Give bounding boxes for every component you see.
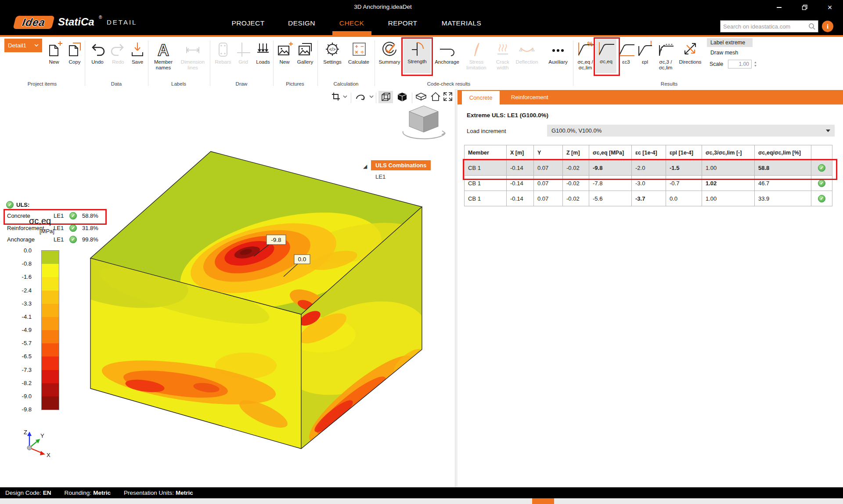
menu-design[interactable]: DESIGN: [288, 19, 315, 27]
legend-tick: -4.1: [22, 313, 32, 320]
ec3-button[interactable]: εc3: [617, 39, 635, 65]
auxiliary-button[interactable]: Auxiliary: [544, 39, 572, 65]
menu-report[interactable]: REPORT: [388, 19, 418, 27]
epl-button[interactable]: ! εpl: [636, 39, 654, 65]
sc3-sclim-button[interactable]: σc,3 / σc,lim: [654, 39, 677, 71]
legend-tick: 0.0: [24, 247, 32, 254]
redo-button: Redo: [108, 39, 128, 65]
legend-band: [42, 251, 59, 264]
wireframe-view-button[interactable]: [378, 91, 393, 103]
load-increment-select[interactable]: G100.0%, V100.0%: [547, 125, 835, 137]
detail-selector[interactable]: Detail1: [4, 39, 42, 52]
uls-combinations-label[interactable]: ULS Combinations: [371, 160, 431, 170]
rotate-view-button[interactable]: [354, 91, 367, 102]
solid-cube-icon: [397, 92, 407, 102]
menu-materials[interactable]: MATERIALS: [442, 19, 481, 27]
fullscreen-button[interactable]: [442, 91, 454, 102]
window-title: 3D Anchoring.ideaDet: [354, 4, 411, 10]
combination-item[interactable]: LE1: [375, 173, 385, 180]
menu-project[interactable]: PROJECT: [231, 19, 264, 27]
minimize-button[interactable]: [769, 2, 789, 13]
deflection-button: Deflection: [513, 39, 541, 65]
summary-button[interactable]: Summary: [376, 39, 403, 65]
3d-viewport[interactable]: -9.8 0.0: [0, 89, 455, 487]
settings-button[interactable]: </> Settings: [321, 39, 344, 65]
units-label: Presentation Units:: [124, 490, 174, 496]
menu-check[interactable]: CHECK: [339, 19, 364, 27]
search-box[interactable]: [720, 20, 818, 32]
clipped-view-button[interactable]: [414, 91, 428, 102]
directions-button[interactable]: Directions: [676, 39, 704, 65]
table-row[interactable]: CB 1 -0.14 0.07 -0.02 -7.8 -3.0 -0.7 1.0…: [465, 176, 832, 191]
undo-button[interactable]: Undo: [88, 39, 107, 65]
group-label: Project items: [28, 81, 57, 86]
home-view-button[interactable]: [429, 91, 442, 102]
image-plus-icon: [276, 39, 293, 58]
deflection-icon: [517, 39, 537, 58]
legend-color-bar: [41, 250, 59, 410]
scale-input[interactable]: 1.00: [728, 60, 752, 68]
legend-ticks: 0.0-0.8-1.6-2.4-3.3-4.1-4.9-5.7-6.5-7.3-…: [12, 250, 38, 409]
table-row[interactable]: CB 1 -0.14 0.07 -0.02 -9.8 -2.0 -1.5 1.0…: [465, 160, 832, 176]
chevron-down-icon: [369, 95, 374, 98]
gallery-button[interactable]: Gallery: [295, 39, 316, 65]
design-code-value: EN: [43, 490, 51, 496]
loads-button[interactable]: Loads: [253, 39, 273, 65]
legend-band: [42, 317, 59, 330]
copy-button[interactable]: Copy: [65, 39, 84, 65]
uls-row-anchorage[interactable]: Anchorage LE1 ✓ 99.8%: [7, 236, 98, 243]
section-tool-dropdown[interactable]: [342, 91, 348, 102]
close-button[interactable]: ×: [820, 2, 840, 13]
rotate-view-dropdown[interactable]: [369, 91, 374, 102]
group-label: Draw: [236, 81, 248, 86]
svg-text:!: !: [650, 40, 652, 47]
spin-down-icon[interactable]: ▼: [754, 64, 757, 68]
redo-icon: [109, 39, 127, 58]
legend-band: [42, 264, 59, 277]
legend-tick: -0.8: [22, 260, 32, 267]
uls-title: ULS:: [16, 202, 29, 208]
check-icon: ✓: [69, 212, 77, 220]
legend-band: [42, 304, 59, 317]
spin-up-icon[interactable]: ▲: [754, 61, 757, 64]
rebars-button: Rebars: [213, 39, 233, 65]
save-button[interactable]: Save: [128, 39, 147, 65]
tab-concrete[interactable]: Concrete: [462, 91, 500, 104]
new-project-button[interactable]: New: [44, 39, 64, 65]
picture-new-button[interactable]: New: [276, 39, 293, 65]
crop-icon: [331, 92, 341, 101]
member-names-button[interactable]: A Member names: [151, 39, 176, 71]
sceq-sclim-button[interactable]: % σc,eq / σc,lim: [574, 39, 596, 71]
chevron-down-icon: [34, 44, 39, 47]
legend-tick: -1.6: [22, 274, 32, 280]
stress-limitation-button: Stress limitation: [463, 39, 490, 71]
grid-icon: [234, 39, 252, 58]
statica-logo: StatiCa: [58, 16, 94, 28]
group-label: Data: [111, 81, 122, 86]
active-menu-underline: [332, 31, 371, 35]
table-row[interactable]: CB 1 -0.14 0.07 -0.02 -5.6 -3.7 0.0 1.00…: [465, 191, 832, 206]
solid-view-button[interactable]: [395, 91, 409, 103]
tab-reinforcement[interactable]: Reinforcement: [505, 90, 555, 104]
navigation-cube[interactable]: [403, 106, 445, 139]
svg-text:÷: ÷: [360, 49, 364, 55]
restore-button[interactable]: [795, 2, 815, 13]
sceq-button[interactable]: σc,eq: [596, 39, 616, 73]
section-tool-button[interactable]: [330, 91, 342, 102]
collapse-triangle-icon[interactable]: ◢: [363, 163, 367, 169]
strength-button[interactable]: Strength: [403, 39, 431, 73]
uls-row-concrete[interactable]: Concrete LE1 ✓ 58.8%: [7, 212, 98, 220]
check-icon: ✓: [69, 236, 77, 243]
label-extreme-toggle[interactable]: Label extreme: [707, 38, 753, 47]
results-panel: Concrete Reinforcement Extreme ULS: LE1 …: [458, 89, 843, 487]
caret-down-icon: [826, 130, 830, 132]
calculate-button[interactable]: + − × ÷ Calculate: [345, 39, 372, 65]
draw-mesh-toggle[interactable]: Draw mesh: [710, 50, 738, 56]
dimension-icon: [183, 39, 202, 58]
info-icon[interactable]: i: [822, 21, 833, 32]
search-input[interactable]: [721, 23, 808, 30]
group-label: Pictures: [286, 81, 304, 86]
chart-ec3-icon: [617, 39, 635, 58]
scale-spinner[interactable]: ▲▼: [753, 60, 758, 68]
anchorage-button[interactable]: Anchorage: [432, 39, 462, 65]
